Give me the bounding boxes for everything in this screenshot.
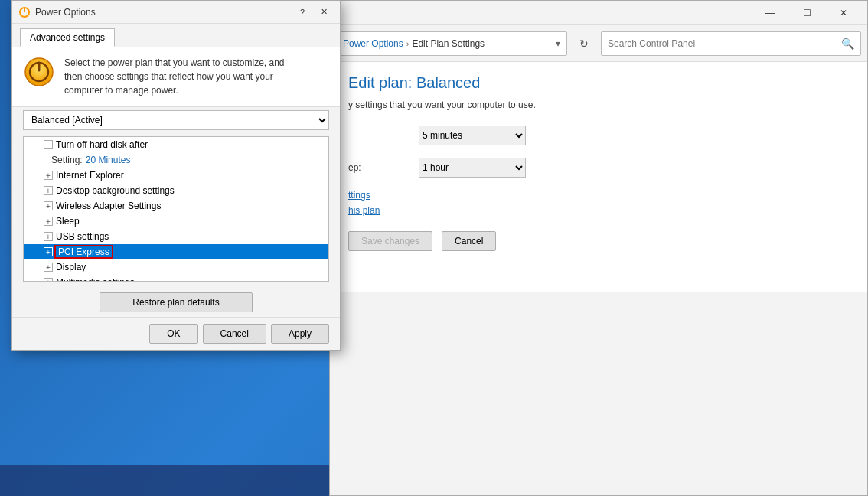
hard-disk-label: Turn off hard disk after	[56, 139, 148, 150]
desktop-bg-label: Desktop background settings	[56, 185, 175, 196]
row2-select[interactable]: 1 hour	[419, 158, 526, 178]
setting-label: Setting:	[51, 155, 83, 165]
power-options-dialog: Power Options ? ✕ Advanced settings Sele…	[11, 0, 341, 351]
bg-toolbar: Power Options › Edit Plan Settings ▾ ↻ 🔍	[330, 25, 867, 62]
expand-desktop-bg[interactable]: +	[44, 186, 53, 195]
tree-item-usb[interactable]: + USB settings	[24, 229, 328, 244]
control-panel-window: — ☐ ✕ Power Options › Edit Plan Settings…	[329, 0, 868, 496]
dropdown-row: Balanced [Active]	[12, 107, 340, 136]
setting-value: 20 Minutes	[86, 155, 131, 165]
action-row: Save changes Cancel	[348, 231, 849, 251]
tree-item-desktop-bg[interactable]: + Desktop background settings	[24, 183, 328, 198]
titlebar-controls: — ☐ ✕	[752, 1, 861, 25]
edit-plan-subtitle: y settings that you want your computer t…	[348, 100, 849, 110]
expand-display[interactable]: +	[44, 263, 53, 272]
row1-select[interactable]: 5 minutes	[419, 126, 526, 145]
dialog-title-text: Power Options	[35, 7, 288, 18]
dialog-power-icon	[18, 6, 31, 18]
dialog-cancel-button[interactable]: Cancel	[203, 324, 266, 344]
tree-item-hard-disk[interactable]: − Turn off hard disk after	[24, 137, 328, 152]
tree-item-wireless[interactable]: + Wireless Adapter Settings	[24, 198, 328, 214]
search-bar[interactable]: 🔍	[601, 31, 861, 56]
expand-sleep[interactable]: +	[44, 217, 53, 226]
display-label: Display	[56, 262, 86, 272]
minimize-button[interactable]: —	[752, 1, 788, 25]
breadcrumb-sep: ›	[406, 39, 410, 48]
breadcrumb-dropdown-icon[interactable]: ▾	[556, 38, 560, 49]
search-icon[interactable]: 🔍	[841, 38, 854, 50]
bg-titlebar: — ☐ ✕	[330, 1, 867, 25]
delete-plan-link[interactable]: his plan	[348, 205, 380, 216]
dialog-header: Select the power plan that you want to c…	[12, 47, 340, 107]
breadcrumb: Power Options › Edit Plan Settings ▾	[336, 31, 567, 56]
breadcrumb-part1[interactable]: Power Options	[343, 38, 403, 49]
plan-row-1: 5 minutes	[348, 126, 849, 145]
sleep-label: Sleep	[56, 216, 80, 227]
dialog-header-description: Select the power plan that you want to c…	[64, 56, 285, 97]
close-button[interactable]: ✕	[826, 1, 861, 25]
multimedia-label: Multimedia settings	[56, 277, 135, 282]
tree-item-pci-express[interactable]: + PCI Express	[24, 244, 328, 259]
tree-item-multimedia[interactable]: + Multimedia settings	[24, 275, 328, 282]
breadcrumb-part2: Edit Plan Settings	[412, 38, 485, 49]
save-changes-button[interactable]: Save changes	[348, 231, 432, 251]
dialog-footer: OK Cancel Apply	[12, 317, 340, 350]
expand-usb[interactable]: +	[44, 232, 53, 241]
maximize-button[interactable]: ☐	[789, 1, 824, 25]
tree-item-display[interactable]: + Display	[24, 259, 328, 275]
internet-explorer-label: Internet Explorer	[56, 170, 124, 181]
tree-item-sleep[interactable]: + Sleep	[24, 214, 328, 229]
expand-wireless[interactable]: +	[44, 201, 53, 210]
dialog-titlebar-btns: ? ✕	[292, 4, 334, 21]
ok-button[interactable]: OK	[149, 324, 197, 344]
search-input[interactable]	[608, 38, 837, 49]
power-icon-large	[23, 56, 55, 88]
tree-item-internet-explorer[interactable]: + Internet Explorer	[24, 168, 328, 183]
edit-plan-title: Edit plan: Balanced	[348, 74, 849, 92]
advanced-settings-tab[interactable]: Advanced settings	[20, 28, 115, 47]
plan-dropdown[interactable]: Balanced [Active]	[23, 110, 329, 130]
dialog-help-button[interactable]: ?	[292, 4, 312, 21]
pci-express-label: PCI Express	[56, 246, 112, 257]
dialog-close-button[interactable]: ✕	[314, 4, 334, 21]
settings-tree[interactable]: − Turn off hard disk after Setting: 20 M…	[23, 136, 329, 282]
expand-hard-disk[interactable]: −	[44, 140, 53, 149]
refresh-button[interactable]: ↻	[573, 33, 595, 54]
expand-internet-explorer[interactable]: +	[44, 171, 53, 180]
advanced-settings-link[interactable]: ttings	[348, 190, 370, 201]
wireless-label: Wireless Adapter Settings	[56, 201, 161, 211]
expand-pci[interactable]: +	[44, 247, 53, 256]
restore-defaults-button[interactable]: Restore plan defaults	[100, 292, 253, 312]
restore-row: Restore plan defaults	[12, 288, 340, 317]
expand-multimedia[interactable]: +	[44, 278, 53, 282]
row2-label: ep:	[348, 162, 410, 173]
cancel-button[interactable]: Cancel	[442, 231, 496, 251]
plan-row-2: ep: 1 hour	[348, 158, 849, 178]
apply-button[interactable]: Apply	[271, 324, 329, 344]
tree-item-hard-disk-setting: Setting: 20 Minutes	[24, 152, 328, 168]
dialog-titlebar: Power Options ? ✕	[12, 1, 340, 24]
usb-label: USB settings	[56, 231, 109, 242]
